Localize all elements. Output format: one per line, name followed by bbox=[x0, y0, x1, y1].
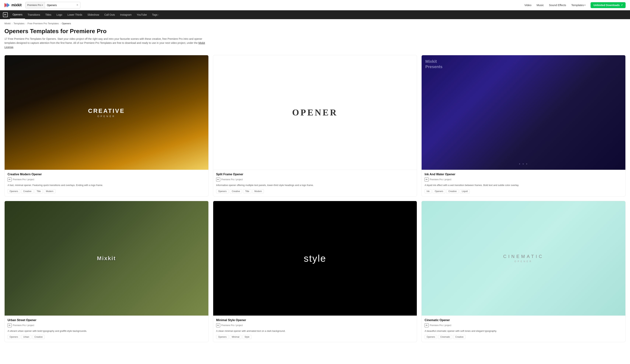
card-thumb-4[interactable]: Mixkit bbox=[4, 201, 208, 316]
subnav-transitions[interactable]: Transitions bbox=[25, 10, 43, 19]
search-dropdown-label: Premiere Pro bbox=[27, 4, 42, 6]
pr-badge: Pr bbox=[3, 12, 8, 17]
tag-openers-5[interactable]: Openers bbox=[216, 335, 229, 339]
card-meta-5: Pr Premiere Pro / project bbox=[216, 323, 414, 327]
sub-nav: Pr Openers Transitions Titles Logo Lower… bbox=[0, 10, 630, 19]
tag-cinematic[interactable]: Cinematic bbox=[438, 335, 452, 339]
chevron-down-icon: ▾ bbox=[42, 4, 43, 6]
tags-chevron-icon: › bbox=[158, 14, 159, 16]
breadcrumb-current: Openers bbox=[62, 22, 71, 25]
tag-minimal[interactable]: Minimal bbox=[230, 335, 242, 339]
breadcrumb-sep-3: › bbox=[60, 22, 60, 25]
pr-badge-3: Pr bbox=[424, 177, 428, 182]
card-tags-1: Openers Creative Title Modern bbox=[8, 189, 206, 193]
subnav-titles[interactable]: Titles bbox=[43, 10, 54, 19]
tag-openers-4[interactable]: Openers bbox=[8, 335, 20, 339]
subnav-logo[interactable]: Logo bbox=[54, 10, 65, 19]
card-thumb-1[interactable]: CREATIVE OPENER bbox=[4, 55, 208, 170]
search-bar: Premiere Pro ▾ × bbox=[25, 2, 80, 8]
tag-openers-2[interactable]: Openers bbox=[216, 189, 229, 193]
subnav-instagram[interactable]: Instagram bbox=[118, 10, 134, 19]
subnav-slideshow[interactable]: Slideshow bbox=[85, 10, 102, 19]
breadcrumb-sep-1: › bbox=[12, 22, 12, 25]
subnav-call-outs[interactable]: Call Outs bbox=[102, 10, 118, 19]
thumb-cinematic-main: CINEMATIC bbox=[503, 254, 544, 259]
card-desc-4: A vibrant urban opener with bold typogra… bbox=[8, 329, 206, 333]
card-body-2: Split Frame Opener Pr Premiere Pro / pro… bbox=[213, 170, 417, 196]
nav-music[interactable]: Music bbox=[536, 3, 544, 7]
tag-urban[interactable]: Urban bbox=[21, 335, 31, 339]
card-title-5: Minimal Style Opener bbox=[216, 319, 414, 322]
breadcrumb-sep-2: › bbox=[26, 22, 26, 25]
thumb-ink-text: MixkitPresents bbox=[425, 59, 442, 69]
thumb-creative-main-text: CREATIVE bbox=[88, 107, 125, 114]
card-meta-text-1: Premiere Pro / project bbox=[13, 178, 34, 181]
subnav-tags[interactable]: Tags › bbox=[150, 10, 162, 19]
card-desc-2: Informative opener offering multiple tex… bbox=[216, 183, 414, 187]
logo-wordmark: mixkit bbox=[12, 3, 22, 7]
subnav-youtube[interactable]: YouTube bbox=[134, 10, 150, 19]
card-title-1: Creative Modern Opener bbox=[8, 173, 206, 176]
card-thumb-3[interactable]: MixkitPresents • • • bbox=[422, 55, 626, 170]
tag-creative-1[interactable]: Creative bbox=[21, 189, 34, 193]
breadcrumb-mixkit[interactable]: Mixkit bbox=[4, 22, 10, 25]
card-split-frame-opener: OPENER Split Frame Opener Pr Premiere Pr… bbox=[213, 55, 417, 196]
card-title-3: Ink And Water Opener bbox=[424, 173, 622, 176]
card-desc-1: A fast, minimal opener. Featuring quick … bbox=[8, 183, 206, 187]
card-meta-3: Pr Premiere Pro / project bbox=[424, 177, 622, 182]
card-ink-water-opener: MixkitPresents • • • Ink And Water Opene… bbox=[422, 55, 626, 196]
tag-creative-6[interactable]: Creative bbox=[453, 335, 466, 339]
logo-link[interactable]: mixkit bbox=[4, 3, 22, 7]
tag-creative-3[interactable]: Creative bbox=[446, 189, 459, 193]
card-title-2: Split Frame Opener bbox=[216, 173, 414, 176]
pr-badge-1: Pr bbox=[8, 177, 12, 182]
card-thumb-5[interactable]: style bbox=[213, 201, 417, 316]
pr-badge-6: Pr bbox=[424, 323, 428, 327]
card-desc-5: A clean minimal opener with animated tex… bbox=[216, 329, 414, 333]
search-input[interactable] bbox=[45, 2, 74, 8]
unlimited-downloads-button[interactable]: Unlimited Downloads ↗ bbox=[590, 2, 626, 8]
search-clear-icon[interactable]: × bbox=[74, 2, 80, 8]
tag-style[interactable]: Style bbox=[242, 335, 252, 339]
thumb-cinematic-sub: OPENER bbox=[514, 260, 533, 263]
breadcrumb-free-templates[interactable]: Free Premiere Pro Templates bbox=[28, 22, 59, 25]
tag-modern-1[interactable]: Modern bbox=[44, 189, 56, 193]
card-thumb-6[interactable]: CINEMATIC OPENER bbox=[422, 201, 626, 316]
pr-badge-2: Pr bbox=[216, 177, 220, 182]
pr-badge-5: Pr bbox=[216, 323, 220, 327]
nav-sound-effects[interactable]: Sound Effects bbox=[549, 3, 566, 7]
tag-openers-6[interactable]: Openers bbox=[424, 335, 437, 339]
tag-creative-2[interactable]: Creative bbox=[230, 189, 242, 193]
tag-ink[interactable]: Ink bbox=[424, 189, 432, 193]
card-body-3: Ink And Water Opener Pr Premiere Pro / p… bbox=[422, 170, 626, 196]
card-grid: CREATIVE OPENER Creative Modern Opener P… bbox=[0, 52, 630, 347]
card-desc-3: A liquid ink effect with a wet transitio… bbox=[424, 183, 622, 187]
pr-badge-4: Pr bbox=[8, 323, 12, 327]
card-body-6: Cinematic Opener Pr Premiere Pro / proje… bbox=[422, 316, 626, 342]
card-meta-text-2: Premiere Pro / project bbox=[221, 178, 243, 181]
external-link-icon: ↗ bbox=[621, 4, 623, 6]
subnav-lower-thirds[interactable]: Lower Thirds bbox=[65, 10, 85, 19]
thumb-style-text: style bbox=[304, 253, 326, 264]
nav-video[interactable]: Video bbox=[524, 3, 532, 7]
tag-title-1[interactable]: Title bbox=[35, 189, 43, 193]
top-nav: mixkit Premiere Pro ▾ × Video Music Soun… bbox=[0, 0, 630, 10]
tag-liquid[interactable]: Liquid bbox=[460, 189, 470, 193]
tag-creative-4[interactable]: Creative bbox=[32, 335, 45, 339]
card-creative-modern-opener: CREATIVE OPENER Creative Modern Opener P… bbox=[4, 55, 208, 196]
nav-templates[interactable]: Templates ▾ bbox=[571, 3, 585, 7]
card-meta-text-4: Premiere Pro / project bbox=[13, 324, 34, 327]
page-title: Openers Templates for Premiere Pro bbox=[4, 28, 626, 35]
breadcrumb-templates[interactable]: Templates bbox=[14, 22, 24, 25]
search-dropdown[interactable]: Premiere Pro ▾ bbox=[26, 2, 45, 8]
tag-title-2[interactable]: Title bbox=[243, 189, 251, 193]
card-meta-6: Pr Premiere Pro / project bbox=[424, 323, 622, 327]
tag-modern-2[interactable]: Modern bbox=[252, 189, 264, 193]
card-thumb-2[interactable]: OPENER bbox=[213, 55, 417, 170]
card-meta-4: Pr Premiere Pro / project bbox=[8, 323, 206, 327]
tag-openers-3[interactable]: Openers bbox=[433, 189, 445, 193]
tag-openers-1[interactable]: Openers bbox=[8, 189, 20, 193]
card-body-4: Urban Street Opener Pr Premiere Pro / pr… bbox=[4, 316, 208, 342]
card-body-5: Minimal Style Opener Pr Premiere Pro / p… bbox=[213, 316, 417, 342]
subnav-openers[interactable]: Openers bbox=[10, 10, 25, 19]
